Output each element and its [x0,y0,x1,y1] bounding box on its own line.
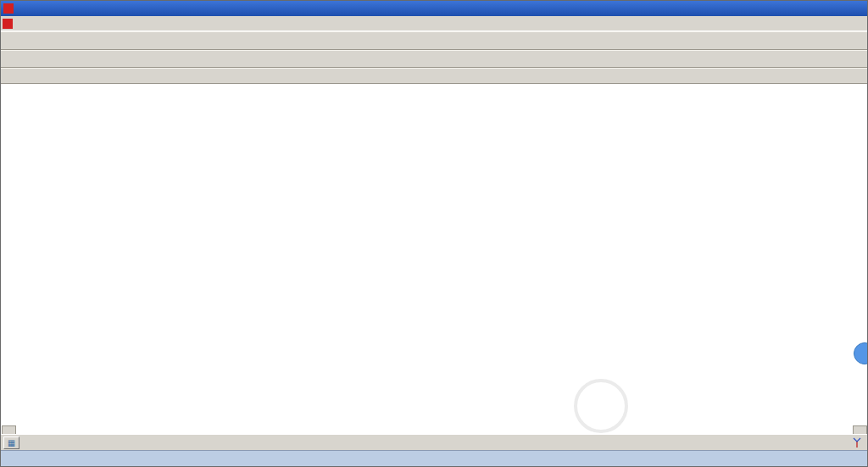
status-bar: ▦ [1,434,867,450]
scroll-right-button[interactable] [853,425,867,434]
title-bar [1,1,867,16]
corner-toggle-button[interactable] [2,425,16,434]
toolbar-draw [1,68,867,84]
menu-bar [1,16,867,31]
app-window: ▦ [0,0,868,467]
symbol-label [852,95,855,105]
kline-chart-canvas[interactable] [1,84,867,434]
toolbar-nav [1,50,867,68]
chart-area [1,84,867,434]
mdi-logo-icon [3,19,13,29]
quote-board-button[interactable]: ▦ [3,436,19,449]
antenna-icon [852,437,862,448]
toolbar-main [1,31,867,50]
watermark-seal [574,379,628,433]
statusbar-right [852,437,865,448]
gann-quote-bar [1,450,867,466]
app-logo-icon [3,3,14,14]
